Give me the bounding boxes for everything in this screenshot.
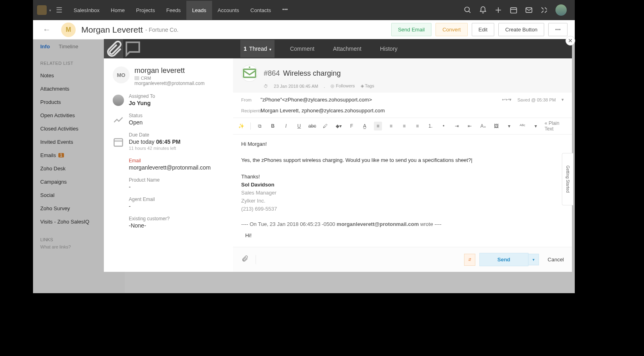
strikethrough-icon[interactable]: abc bbox=[308, 122, 316, 130]
align-right-icon[interactable]: ≡ bbox=[400, 122, 409, 130]
hamburger-icon[interactable]: ☰ bbox=[56, 6, 62, 14]
cancel-button[interactable]: Cancel bbox=[548, 257, 564, 263]
lead-email: morganleverett@protonmail.com bbox=[134, 81, 204, 86]
close-icon[interactable]: ✕ bbox=[566, 36, 575, 46]
highlight-icon[interactable]: ◆▾ bbox=[334, 122, 343, 130]
plus-icon[interactable] bbox=[494, 6, 502, 14]
italic-icon[interactable]: I bbox=[282, 122, 290, 130]
create-button[interactable]: Create Button bbox=[498, 23, 544, 36]
nav-home[interactable]: Home bbox=[105, 1, 130, 20]
ticket-modal: ✕ MO morgan leverett CRM morganleverett@… bbox=[104, 39, 572, 272]
align-center-icon[interactable]: ≡ bbox=[387, 122, 395, 130]
tools-icon[interactable] bbox=[540, 6, 548, 14]
more-toolbar-icon[interactable]: ▾ bbox=[505, 122, 514, 130]
email-label: Email bbox=[129, 158, 211, 164]
svg-rect-9 bbox=[244, 69, 256, 77]
nav-more-icon[interactable]: ••• bbox=[277, 1, 293, 20]
email-value: morganleverett@protonmail.com bbox=[129, 164, 211, 171]
due-date-label: Due Date bbox=[129, 132, 180, 138]
chevron-down-icon: ▾ bbox=[269, 47, 271, 52]
tab-attachment[interactable]: Attachment bbox=[330, 40, 365, 58]
send-button[interactable]: Send bbox=[479, 253, 528, 266]
magic-wand-icon[interactable]: ✨ bbox=[237, 122, 246, 130]
modal-tab-comment-icon[interactable] bbox=[123, 39, 142, 58]
nav-accounts[interactable]: Accounts bbox=[212, 1, 245, 20]
brand-chevron-icon[interactable]: ▾ bbox=[49, 8, 51, 12]
indent-icon[interactable]: ⇥ bbox=[453, 122, 461, 130]
due-date-value: Due today 06:45 PM bbox=[129, 139, 180, 145]
svg-line-1 bbox=[469, 11, 471, 13]
spellcheck-icon[interactable]: ᴬᴮᶜ bbox=[518, 122, 527, 130]
clear-format-icon[interactable]: Aₓ bbox=[479, 122, 487, 130]
contact-avatar: M bbox=[61, 23, 76, 37]
lead-avatar: MO bbox=[113, 66, 130, 83]
agent-email-label: Agent Email bbox=[129, 197, 155, 202]
due-date-sub: 11 hours 42 minutes left bbox=[129, 146, 180, 151]
font-family-icon[interactable]: F bbox=[347, 122, 356, 130]
svg-point-0 bbox=[465, 7, 470, 12]
align-justify-icon[interactable]: ≡ bbox=[413, 122, 422, 130]
font-size-icon[interactable]: A̲ bbox=[361, 122, 369, 130]
edit-button[interactable]: Edit bbox=[472, 23, 494, 36]
mail-icon[interactable] bbox=[525, 6, 533, 14]
saved-timestamp: Saved @ 05:38 PM bbox=[517, 97, 556, 102]
reply-all-icon[interactable]: ↩↩▾ bbox=[502, 97, 512, 102]
svg-rect-4 bbox=[511, 8, 517, 13]
insert-image-icon[interactable]: 🖼 bbox=[492, 122, 500, 130]
subheader: ← M Morgan Leverett - Fortune Co. Send E… bbox=[33, 20, 575, 39]
recipients-label: Recipients bbox=[241, 108, 260, 113]
font-color-icon[interactable]: 🖊 bbox=[321, 122, 330, 130]
search-icon[interactable] bbox=[464, 6, 472, 14]
ticket-clock-icon: ⏱ bbox=[264, 84, 268, 89]
existing-customer-value: -None- bbox=[129, 222, 169, 229]
underline-icon[interactable]: U bbox=[295, 122, 303, 130]
assigned-to-value: Jo Yung bbox=[129, 100, 155, 106]
nav-feeds[interactable]: Feeds bbox=[161, 1, 186, 20]
send-dropdown-icon[interactable]: ▾ bbox=[528, 254, 539, 265]
from-label: From bbox=[241, 97, 260, 102]
back-arrow-icon[interactable]: ← bbox=[40, 23, 53, 37]
assigned-to-label: Assigned To bbox=[129, 93, 155, 99]
recipients-value: Morgan Leverett, zphone@zylcares.zohosup… bbox=[260, 108, 385, 114]
send-email-button[interactable]: Send Email bbox=[391, 23, 431, 36]
email-editor[interactable]: Hi Morgan! Yes, the zPhones support wire… bbox=[233, 135, 572, 247]
tab-thread[interactable]: 1Thread▾ bbox=[240, 40, 275, 58]
saved-dropdown-icon[interactable]: ▾ bbox=[561, 97, 564, 102]
nav-leads[interactable]: Leads bbox=[186, 1, 212, 20]
ticket-followers[interactable]: ◎ Followers bbox=[330, 83, 355, 89]
bold-icon[interactable]: B bbox=[269, 122, 277, 130]
brand-logo[interactable] bbox=[37, 5, 47, 15]
convert-button[interactable]: Convert bbox=[436, 23, 468, 36]
status-label: Status bbox=[129, 113, 142, 118]
modal-right-panel: 1Thread▾ Comment Attachment History #864… bbox=[233, 39, 572, 272]
tab-comment[interactable]: Comment bbox=[287, 40, 318, 58]
plain-text-toggle[interactable]: « Plain Text bbox=[545, 120, 568, 132]
user-avatar[interactable] bbox=[555, 4, 567, 16]
bell-icon[interactable] bbox=[479, 6, 487, 14]
copy-icon[interactable]: ⧉ bbox=[256, 122, 264, 130]
status-value: Open bbox=[129, 119, 142, 126]
calendar-small-icon bbox=[113, 132, 124, 151]
calendar-icon[interactable] bbox=[510, 6, 518, 14]
nav-contacts[interactable]: Contacts bbox=[245, 1, 277, 20]
outdent-icon[interactable]: ⇤ bbox=[466, 122, 474, 130]
more-button[interactable]: ••• bbox=[548, 23, 568, 36]
collapse-icon[interactable]: ⇵ bbox=[464, 254, 475, 266]
attachment-icon[interactable] bbox=[241, 255, 256, 264]
align-left-icon[interactable]: ≡ bbox=[374, 122, 382, 130]
from-value: "zPhone"<zPhone@zylcares.zohosupport.com… bbox=[260, 97, 372, 103]
crm-icon bbox=[134, 76, 139, 80]
reply-envelope-icon bbox=[241, 65, 258, 82]
nav-projects[interactable]: Projects bbox=[130, 1, 161, 20]
unordered-list-icon[interactable]: • bbox=[440, 122, 448, 130]
assignee-avatar bbox=[113, 95, 124, 106]
getting-started-widget[interactable]: Getting Started bbox=[562, 153, 573, 205]
modal-tab-attachment-icon[interactable] bbox=[104, 39, 123, 58]
ordered-list-icon[interactable]: 1. bbox=[426, 122, 435, 130]
ticket-tags[interactable]: ◈ Tags bbox=[361, 83, 374, 89]
tab-history[interactable]: History bbox=[377, 40, 401, 58]
spellcheck-drop-icon[interactable]: ▾ bbox=[531, 122, 540, 130]
product-name-label: Product Name bbox=[129, 177, 160, 183]
nav-salesinbox[interactable]: SalesInbox bbox=[68, 1, 105, 20]
lead-name: morgan leverett bbox=[134, 66, 204, 75]
